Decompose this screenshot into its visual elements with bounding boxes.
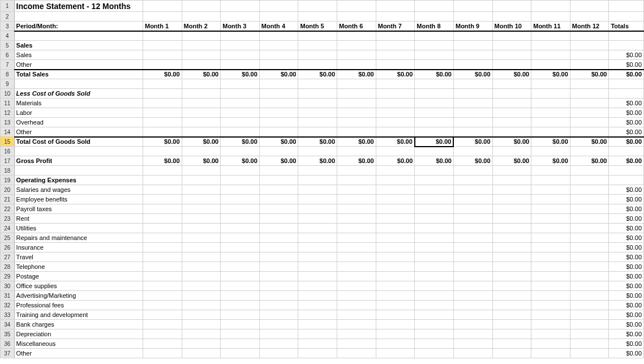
totals-cell[interactable]: $0.00	[609, 310, 644, 320]
totals-cell[interactable]: $0.00	[609, 252, 644, 262]
totals-cell[interactable]: $0.00	[609, 272, 644, 281]
cell[interactable]	[182, 166, 221, 175]
cell[interactable]	[531, 118, 570, 127]
cell[interactable]	[337, 175, 376, 185]
cell[interactable]	[415, 166, 454, 175]
cell[interactable]	[298, 1, 337, 12]
cell[interactable]	[259, 12, 298, 22]
cell[interactable]	[143, 204, 182, 214]
line-item[interactable]: Depreciation	[14, 329, 143, 339]
cell[interactable]	[492, 214, 531, 224]
cell[interactable]	[221, 60, 260, 70]
row-header-13[interactable]: 13	[1, 118, 15, 127]
cell[interactable]	[453, 60, 492, 70]
cell[interactable]	[298, 272, 337, 281]
cell[interactable]	[531, 195, 570, 204]
cell[interactable]	[221, 214, 260, 224]
line-item[interactable]: Payroll taxes	[14, 204, 143, 214]
cell[interactable]	[415, 252, 454, 262]
cell[interactable]	[182, 89, 221, 99]
cell[interactable]	[492, 60, 531, 70]
cell[interactable]	[492, 224, 531, 233]
cell[interactable]	[221, 12, 260, 22]
row-header-11[interactable]: 11	[1, 99, 15, 108]
cell[interactable]	[570, 99, 609, 108]
cell[interactable]	[609, 175, 644, 185]
header-month[interactable]: Month 1	[143, 22, 182, 31]
cell[interactable]	[415, 147, 454, 156]
cell[interactable]	[453, 262, 492, 272]
cell[interactable]	[453, 185, 492, 195]
header-month[interactable]: Month 11	[531, 22, 570, 31]
cell[interactable]	[259, 329, 298, 339]
cell[interactable]	[531, 329, 570, 339]
cell-value[interactable]: $0.00	[259, 137, 298, 147]
cell[interactable]	[221, 349, 260, 358]
totals-cell[interactable]: $0.00	[609, 127, 644, 137]
cell[interactable]	[531, 50, 570, 60]
cell[interactable]	[570, 301, 609, 310]
cell[interactable]	[298, 291, 337, 301]
cell-value[interactable]: $0.00	[376, 156, 415, 166]
cell[interactable]	[14, 147, 143, 156]
cell[interactable]	[337, 291, 376, 301]
cell[interactable]	[570, 339, 609, 349]
cell[interactable]	[337, 41, 376, 50]
cell[interactable]	[221, 310, 260, 320]
row-header-20[interactable]: 20	[1, 185, 15, 195]
cell[interactable]	[182, 281, 221, 291]
line-item[interactable]: Salaries and wages	[14, 185, 143, 195]
cell[interactable]	[298, 166, 337, 175]
cell[interactable]	[531, 204, 570, 214]
cell[interactable]	[570, 252, 609, 262]
cell-value[interactable]: $0.00	[570, 156, 609, 166]
cell[interactable]	[143, 339, 182, 349]
cell[interactable]	[570, 108, 609, 118]
cell[interactable]	[143, 127, 182, 137]
cell[interactable]	[298, 204, 337, 214]
cell[interactable]	[298, 243, 337, 252]
cell[interactable]	[143, 281, 182, 291]
cell[interactable]	[453, 1, 492, 12]
cell[interactable]	[221, 50, 260, 60]
cell[interactable]	[337, 224, 376, 233]
cell[interactable]	[298, 252, 337, 262]
totals-cell[interactable]: $0.00	[609, 60, 644, 70]
header-month[interactable]: Month 5	[298, 22, 337, 31]
cell[interactable]	[143, 252, 182, 262]
row-header-35[interactable]: 35	[1, 329, 15, 339]
cell[interactable]	[415, 349, 454, 358]
cell-value[interactable]: $0.00	[415, 156, 454, 166]
cell-value[interactable]: $0.00	[376, 70, 415, 79]
cell[interactable]	[531, 272, 570, 281]
totals-cell[interactable]: $0.00	[609, 329, 644, 339]
cell[interactable]	[221, 320, 260, 329]
cell[interactable]	[14, 166, 143, 175]
cell[interactable]	[531, 108, 570, 118]
cell[interactable]	[182, 272, 221, 281]
cell[interactable]	[570, 127, 609, 137]
cell[interactable]	[376, 118, 415, 127]
cell[interactable]	[182, 185, 221, 195]
cell[interactable]	[221, 233, 260, 243]
cell[interactable]	[221, 108, 260, 118]
cell[interactable]	[531, 262, 570, 272]
cell[interactable]	[415, 108, 454, 118]
cell-value[interactable]: $0.00	[415, 137, 454, 147]
cell[interactable]	[143, 89, 182, 99]
cell[interactable]	[415, 272, 454, 281]
cell[interactable]	[143, 291, 182, 301]
row-header-18[interactable]: 18	[1, 166, 15, 175]
totals-cell[interactable]: $0.00	[609, 99, 644, 108]
cell-value[interactable]: $0.00	[221, 137, 260, 147]
row-header-17[interactable]: 17	[1, 156, 15, 166]
cell[interactable]	[492, 12, 531, 22]
cell[interactable]	[492, 310, 531, 320]
cell-value[interactable]: $0.00	[143, 137, 182, 147]
cell[interactable]	[415, 185, 454, 195]
row-header-36[interactable]: 36	[1, 339, 15, 349]
cell[interactable]	[337, 79, 376, 89]
cell[interactable]	[259, 349, 298, 358]
cell[interactable]	[182, 204, 221, 214]
line-item[interactable]: Telephone	[14, 262, 143, 272]
